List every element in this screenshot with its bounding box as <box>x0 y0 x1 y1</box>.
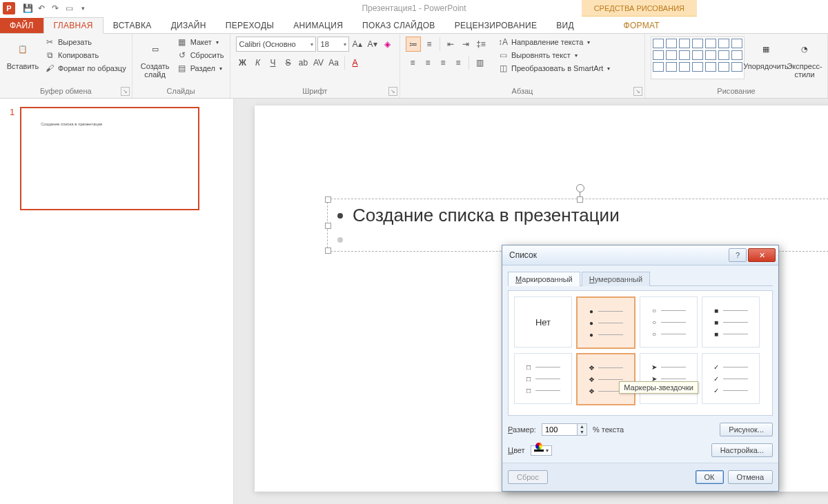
tab-home[interactable]: ГЛАВНАЯ <box>43 17 103 34</box>
bullets-button[interactable]: ≔ <box>406 37 421 52</box>
increase-font-icon[interactable]: A▴ <box>351 37 364 51</box>
strike-button[interactable]: S <box>282 56 295 70</box>
content-placeholder[interactable]: Создание списка в презентации <box>327 199 828 252</box>
dialog-footer: Сброс ОК Отмена <box>502 463 778 491</box>
tab-design[interactable]: ДИЗАЙН <box>161 18 216 33</box>
decrease-font-icon[interactable]: A▾ <box>366 37 379 51</box>
numbering-button[interactable]: ≡ <box>422 37 436 51</box>
copy-button[interactable]: ⧉Копировать <box>44 50 126 61</box>
bullet-option-none[interactable]: Нет <box>514 296 572 347</box>
tab-insert[interactable]: ВСТАВКА <box>103 18 161 33</box>
rotation-handle[interactable] <box>576 184 584 192</box>
resize-handle-tl[interactable] <box>325 196 331 203</box>
qat-dropdown-icon[interactable]: ▾ <box>77 3 88 14</box>
reset-button[interactable]: ↺Сбросить <box>177 50 224 61</box>
align-text-button[interactable]: ▭Выровнять текст▾ <box>497 50 610 61</box>
change-case-button[interactable]: Aa <box>327 56 341 70</box>
columns-button[interactable]: ▥ <box>473 56 486 70</box>
align-left-button[interactable]: ≡ <box>406 56 420 70</box>
color-picker-button[interactable]: ▾ <box>531 445 552 456</box>
bullet-option-filled-round[interactable]: ●●● <box>576 296 635 349</box>
font-name-combo[interactable]: Calibri (Основно <box>236 37 316 52</box>
paste-button[interactable]: 📋 Вставить <box>6 37 40 70</box>
arrange-button[interactable]: ▦ Упорядочить <box>749 37 783 70</box>
bullet-option-filled-square[interactable]: ■■■ <box>702 296 760 347</box>
ok-button[interactable]: ОК <box>696 470 724 484</box>
powerpoint-logo-icon: P <box>3 2 15 14</box>
convert-smartart-button[interactable]: ◫Преобразовать в SmartArt▾ <box>497 63 610 74</box>
new-slide-button[interactable]: ▭ Создать слайд <box>138 37 172 79</box>
clipboard-dialog-launcher[interactable]: ↘ <box>121 87 130 96</box>
group-slides: ▭ Создать слайд ▦Макет▾ ↺Сбросить ▤Разде… <box>132 34 230 98</box>
decrease-indent-button[interactable]: ⇤ <box>444 37 457 51</box>
spacing-button[interactable]: AV <box>312 56 326 70</box>
customize-button[interactable]: Настройка... <box>711 443 773 457</box>
slide-thumbnail-1[interactable]: 1 Создание списка в презентации <box>10 107 224 210</box>
paragraph-dialog-launcher[interactable]: ↘ <box>633 87 642 96</box>
save-icon[interactable]: 💾 <box>22 3 33 14</box>
tab-format[interactable]: ФОРМАТ <box>613 18 669 33</box>
group-font: Calibri (Основно 18 A▴ A▾ ◈ Ж К Ч S ab A… <box>230 34 400 98</box>
font-dialog-launcher[interactable]: ↘ <box>388 87 397 96</box>
bold-button[interactable]: Ж <box>236 56 250 70</box>
resize-handle-tm[interactable] <box>577 196 583 203</box>
dialog-close-button[interactable]: ✕ <box>748 248 776 262</box>
bullet-option-arrow[interactable]: ➤➤➤ Маркеры-звездочки <box>640 353 698 404</box>
quick-styles-button[interactable]: ◔ Экспресс-стили <box>787 37 822 79</box>
reset-bullets-button[interactable]: Сброс <box>508 470 548 484</box>
bullet-style-gallery: Нет ●●● ○○○ ■■■ □□□ ❖❖❖ ➤➤➤ <box>508 290 773 416</box>
dialog-help-button[interactable]: ? <box>729 248 747 262</box>
shapes-gallery[interactable] <box>651 37 745 79</box>
tab-numbered[interactable]: Нумерованный <box>582 272 650 286</box>
size-input[interactable] <box>542 424 577 435</box>
cut-button[interactable]: ✂Вырезать <box>44 37 126 48</box>
bullet-option-star[interactable]: ❖❖❖ <box>576 353 635 405</box>
size-spinner[interactable]: ▲▼ <box>542 423 587 436</box>
spin-down-icon[interactable]: ▼ <box>577 430 586 435</box>
underline-button[interactable]: Ч <box>266 56 280 70</box>
text-direction-button[interactable]: ↕AНаправление текста▾ <box>497 37 610 48</box>
italic-button[interactable]: К <box>251 56 265 70</box>
layout-button[interactable]: ▦Макет▾ <box>177 37 224 48</box>
justify-button[interactable]: ≡ <box>451 56 465 70</box>
title-bar: P 💾 ↶ ↷ ▭ ▾ Презентация1 - PowerPoint СР… <box>0 0 828 17</box>
format-painter-button[interactable]: 🖌Формат по образцу <box>44 63 126 74</box>
new-slide-label: Создать слайд <box>138 62 172 79</box>
tab-animations[interactable]: АНИМАЦИЯ <box>284 18 353 33</box>
picture-button[interactable]: Рисунок... <box>720 423 773 436</box>
section-button[interactable]: ▤Раздел▾ <box>177 63 224 74</box>
bullet-option-hollow-round[interactable]: ○○○ <box>640 296 698 347</box>
font-color-button[interactable]: A <box>348 56 362 70</box>
font-size-combo[interactable]: 18 <box>317 37 349 52</box>
tab-review[interactable]: РЕЦЕНЗИРОВАНИЕ <box>445 18 547 33</box>
spin-up-icon[interactable]: ▲ <box>577 424 586 430</box>
align-center-button[interactable]: ≡ <box>421 56 435 70</box>
text-direction-icon: ↕A <box>497 37 509 48</box>
cancel-button[interactable]: Отмена <box>728 470 773 484</box>
ribbon: 📋 Вставить ✂Вырезать ⧉Копировать 🖌Формат… <box>0 34 828 99</box>
bullet-option-hollow-square[interactable]: □□□ <box>514 353 572 404</box>
dialog-titlebar[interactable]: Список ? ✕ <box>502 245 778 265</box>
clear-formatting-icon[interactable]: ◈ <box>381 37 395 51</box>
tab-file[interactable]: ФАЙЛ <box>0 18 43 33</box>
dialog-tabs: Маркированный Нумерованный <box>508 271 773 286</box>
separator <box>344 56 345 70</box>
slideshow-from-start-icon[interactable]: ▭ <box>63 3 75 14</box>
tab-transitions[interactable]: ПЕРЕХОДЫ <box>216 18 284 33</box>
drawing-tools-context: СРЕДСТВА РИСОВАНИЯ <box>582 0 697 17</box>
resize-handle-ml[interactable] <box>325 223 331 229</box>
bullet-line-1[interactable]: Создание списка в презентации <box>328 199 828 232</box>
tab-view[interactable]: ВИД <box>546 18 584 33</box>
group-paragraph-label: Абзац <box>406 87 639 97</box>
bullet-option-check[interactable]: ✓✓✓ <box>702 353 760 404</box>
tab-slideshow[interactable]: ПОКАЗ СЛАЙДОВ <box>353 18 445 33</box>
resize-handle-bl[interactable] <box>325 248 331 254</box>
align-right-button[interactable]: ≡ <box>436 56 450 70</box>
bullet-tooltip: Маркеры-звездочки <box>619 381 698 394</box>
line-spacing-button[interactable]: ‡≡ <box>474 37 488 51</box>
increase-indent-button[interactable]: ⇥ <box>459 37 473 51</box>
shadow-button[interactable]: ab <box>297 56 310 70</box>
undo-icon[interactable]: ↶ <box>36 3 47 14</box>
redo-icon[interactable]: ↷ <box>50 3 61 14</box>
tab-bulleted[interactable]: Маркированный <box>508 272 580 286</box>
